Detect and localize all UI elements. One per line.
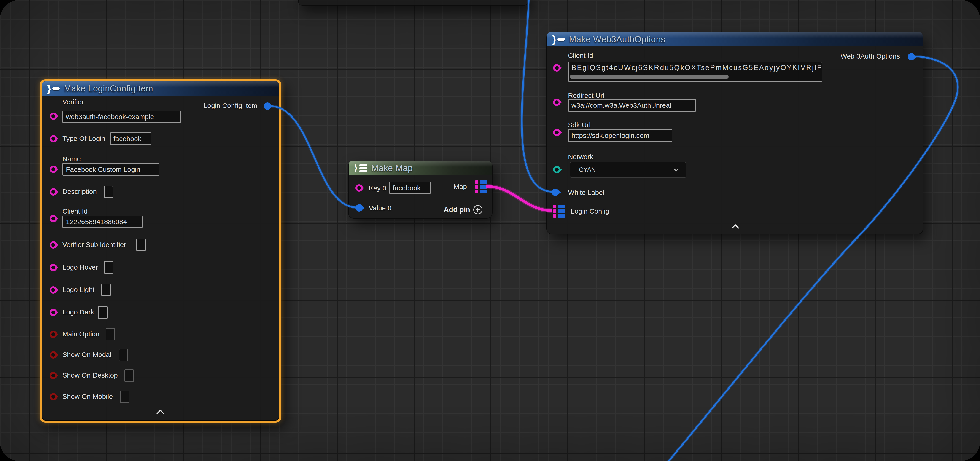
- pin-client-id[interactable]: [49, 215, 57, 222]
- pin-label-logo-dark: Logo Dark: [62, 308, 94, 316]
- add-pin-button[interactable]: Add pin: [444, 205, 482, 214]
- node-title: Make Map: [371, 163, 413, 173]
- type-of-login-input[interactable]: facebook: [110, 132, 151, 145]
- pin-label-network: Network: [568, 153, 593, 161]
- node-header[interactable]: } Make Web3AuthOptions: [547, 32, 923, 46]
- node-title: Make LoginConfigItem: [64, 84, 153, 94]
- pin-label-web3auth-options: Web 3Auth Options: [840, 52, 900, 60]
- add-pin-label: Add pin: [444, 205, 470, 214]
- make-struct-icon: }: [47, 84, 60, 93]
- add-pin-plus-icon: [473, 205, 482, 214]
- pin-label-client-id: Client Id: [568, 52, 593, 59]
- pin-type-of-login[interactable]: [49, 135, 57, 143]
- show-on-modal-checkbox[interactable]: [119, 349, 128, 361]
- pin-logo-light[interactable]: [49, 286, 57, 294]
- pin-out-web3auth-options[interactable]: [908, 53, 915, 60]
- pin-label-login-config: Login Config: [571, 207, 609, 215]
- client-id-scrollbar[interactable]: [570, 75, 729, 79]
- pin-redirect-url[interactable]: [553, 99, 560, 106]
- offscreen-node-partial[interactable]: [298, 0, 528, 6]
- wire-loginconfigitem-to-value0: [270, 106, 357, 207]
- pin-label-redirect-url: Redirect Url: [568, 92, 604, 100]
- pin-label-show-on-desktop: Show On Desktop: [62, 371, 118, 379]
- redirect-url-input[interactable]: w3a://com.w3a.Web3AuthUnreal: [568, 99, 696, 111]
- pin-label-client-id: Client Id: [62, 207, 88, 215]
- make-map-icon: ⟩: [354, 163, 367, 173]
- description-input[interactable]: [104, 186, 113, 198]
- dropdown-chevron-icon: [674, 166, 679, 172]
- collapse-chevron-icon[interactable]: [156, 410, 164, 417]
- pin-logo-hover[interactable]: [49, 264, 57, 271]
- pin-label-key0: Key 0: [369, 184, 387, 192]
- network-dropdown[interactable]: CYAN: [570, 162, 686, 178]
- logo-hover-input[interactable]: [104, 261, 113, 274]
- pin-label-type-of-login: Type Of Login: [62, 135, 105, 143]
- pin-value0[interactable]: [355, 204, 363, 211]
- pin-sdk-url[interactable]: [553, 129, 560, 136]
- pin-logo-dark[interactable]: [49, 309, 57, 316]
- node-title: Make Web3AuthOptions: [569, 35, 665, 45]
- pin-out-login-config-item[interactable]: [264, 102, 271, 110]
- pin-label-logo-light: Logo Light: [62, 286, 94, 294]
- node-make-map[interactable]: ⟩ Make Map Key 0 facebook Value 0 Map Ad…: [348, 161, 493, 219]
- pin-label-main-option: Main Option: [62, 330, 100, 338]
- show-on-desktop-checkbox[interactable]: [124, 369, 134, 382]
- pin-label-map: Map: [453, 183, 467, 191]
- pin-client-id[interactable]: [553, 64, 560, 72]
- pin-description[interactable]: [49, 188, 57, 196]
- pin-label-value0: Value 0: [369, 204, 391, 212]
- pin-verifier-sub-identifier[interactable]: [49, 241, 57, 248]
- logo-dark-input[interactable]: [98, 306, 108, 319]
- client-id-input[interactable]: 1222658941886084: [62, 216, 143, 228]
- sdk-url-input[interactable]: https://sdk.openlogin.com: [568, 129, 672, 142]
- make-struct-icon: }: [552, 35, 565, 44]
- blueprint-graph-canvas[interactable]: } Make LoginConfigItem Login Config Item…: [0, 0, 980, 461]
- pin-name[interactable]: [49, 165, 57, 173]
- node-header[interactable]: ⟩ Make Map: [348, 161, 492, 175]
- logo-light-input[interactable]: [101, 284, 111, 296]
- pin-label-verifier: Verifier: [62, 98, 84, 106]
- pin-label-logo-hover: Logo Hover: [62, 264, 98, 271]
- pin-white-label[interactable]: [552, 189, 559, 196]
- pin-verifier[interactable]: [49, 113, 57, 120]
- show-on-mobile-checkbox[interactable]: [120, 391, 129, 403]
- wire-map-to-loginconfig: [486, 186, 552, 211]
- pin-label-description: Description: [62, 188, 97, 196]
- pin-label-show-on-modal: Show On Modal: [62, 351, 111, 359]
- pin-key0[interactable]: [355, 184, 363, 192]
- network-value: CYAN: [579, 166, 596, 173]
- pin-label-name: Name: [62, 155, 81, 163]
- pin-network[interactable]: [553, 166, 560, 173]
- main-option-checkbox[interactable]: [106, 328, 115, 340]
- pin-label-white-label: White Label: [568, 189, 604, 196]
- key0-input[interactable]: facebook: [389, 181, 431, 194]
- pin-label-login-config-item: Login Config Item: [204, 102, 257, 110]
- verifier-sub-identifier-input[interactable]: [136, 239, 146, 251]
- verifier-input[interactable]: web3auth-facebook-example: [62, 111, 181, 123]
- node-make-loginconfigitem[interactable]: } Make LoginConfigItem Login Config Item…: [40, 79, 282, 423]
- pin-show-on-desktop[interactable]: [49, 372, 57, 379]
- pin-show-on-modal[interactable]: [49, 351, 57, 359]
- pin-label-sdk-url: Sdk Url: [568, 121, 590, 129]
- pin-label-show-on-mobile: Show On Mobile: [62, 393, 113, 401]
- node-make-web3authoptions[interactable]: } Make Web3AuthOptions Web 3Auth Options…: [546, 32, 923, 234]
- pin-map-out[interactable]: [475, 180, 487, 194]
- node-header[interactable]: } Make LoginConfigItem: [41, 81, 279, 95]
- pin-main-option[interactable]: [49, 331, 57, 338]
- pin-show-on-mobile[interactable]: [49, 393, 57, 401]
- collapse-chevron-icon[interactable]: [731, 224, 739, 232]
- pin-login-config[interactable]: [553, 205, 565, 218]
- pin-label-verifier-sub-identifier: Verifier Sub Identifier: [62, 241, 126, 248]
- name-input[interactable]: Facebook Custom Login: [62, 163, 159, 176]
